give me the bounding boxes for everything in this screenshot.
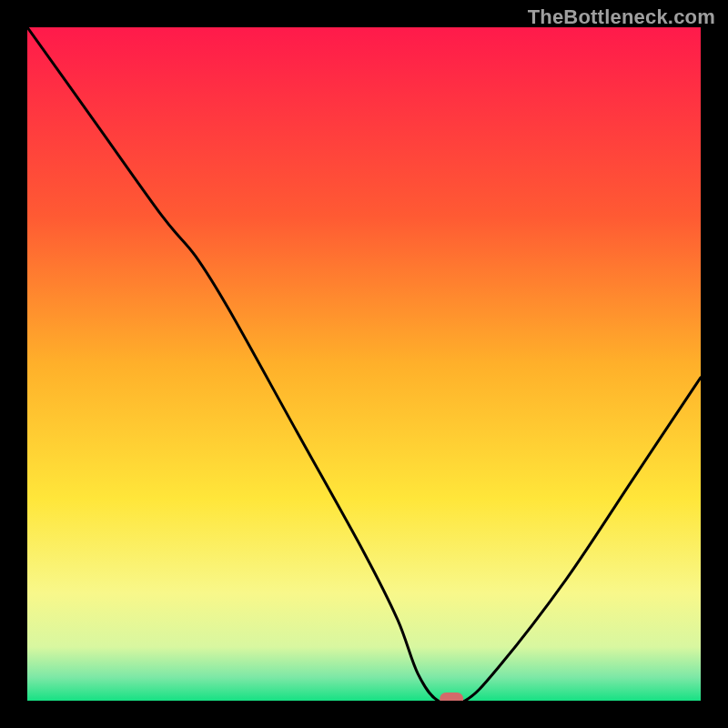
marker-point: [440, 693, 463, 701]
plot-area: [27, 27, 701, 701]
bottleneck-chart: [27, 27, 701, 701]
attribution-label: TheBottleneck.com: [528, 5, 715, 29]
chart-frame: TheBottleneck.com: [0, 0, 728, 728]
gradient-background: [27, 27, 701, 701]
